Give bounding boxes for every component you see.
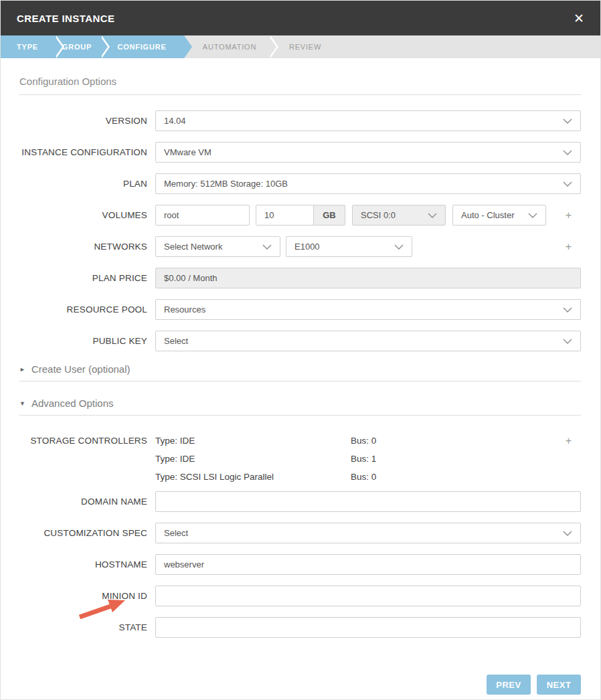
chevron-down-icon	[563, 531, 572, 536]
prev-button[interactable]: PREV	[487, 675, 531, 695]
public-key-select[interactable]: Select	[155, 331, 581, 351]
add-volume-button[interactable]: +	[566, 205, 581, 226]
state-label: STATE	[19, 622, 155, 632]
advanced-options-section-toggle[interactable]: ▼ Advanced Options	[19, 398, 581, 416]
controller-type: Type: IDE	[155, 454, 351, 464]
volume-name-input[interactable]	[155, 205, 250, 226]
controller-type: Type: SCSI LSI Logic Parallel	[155, 472, 351, 482]
volume-controller-select[interactable]: SCSI 0:0	[352, 205, 446, 226]
row-networks: NETWORKS Select Network E1000 +	[19, 236, 581, 257]
controller-bus: Bus: 0	[351, 436, 376, 446]
create-instance-modal: CREATE INSTANCE ✕ TYPE GROUP CONFIGURE A…	[0, 0, 601, 700]
row-hostname: HOSTNAME	[19, 554, 581, 575]
resource-pool-select-value: Resources	[164, 304, 205, 315]
close-icon[interactable]: ✕	[574, 12, 584, 25]
row-storage-controllers: STORAGE CONTROLLERS Type: IDE Bus: 0 Typ…	[19, 432, 581, 486]
storage-controller-row: Type: IDE Bus: 1	[155, 450, 566, 468]
advanced-options-section-title: Advanced Options	[31, 398, 114, 409]
network-adapter-select-value: E1000	[294, 242, 320, 252]
public-key-label: PUBLIC KEY	[19, 336, 155, 346]
plan-select-value: Memory: 512MB Storage: 10GB	[164, 179, 288, 189]
chevron-down-icon	[394, 244, 404, 250]
row-plan: PLAN Memory: 512MB Storage: 10GB	[19, 173, 581, 194]
chevron-down-icon	[262, 244, 272, 250]
version-select[interactable]: 14.04	[155, 110, 581, 131]
storage-controller-row: Type: SCSI LSI Logic Parallel Bus: 0	[155, 468, 566, 486]
row-version: VERSION 14.04	[19, 110, 581, 131]
wizard-steps: TYPE GROUP CONFIGURE AUTOMATION REVIEW	[1, 35, 600, 58]
volume-controller-select-value: SCSI 0:0	[361, 210, 396, 220]
row-resource-pool: RESOURCE POOL Resources	[19, 299, 581, 320]
chevron-down-icon	[428, 213, 437, 218]
storage-controller-list: Type: IDE Bus: 0 Type: IDE Bus: 1 Type: …	[155, 432, 566, 486]
hostname-label: HOSTNAME	[19, 559, 155, 570]
wizard-step-automation[interactable]: AUTOMATION	[184, 35, 268, 58]
row-public-key: PUBLIC KEY Select	[19, 331, 581, 351]
storage-controllers-label: STORAGE CONTROLLERS	[19, 432, 155, 450]
volume-size-unit: GB	[314, 205, 345, 226]
create-user-section-toggle[interactable]: ► Create User (optional)	[19, 363, 581, 381]
version-select-value: 14.04	[164, 116, 186, 126]
network-select-value: Select Network	[164, 242, 222, 252]
controller-bus: Bus: 0	[351, 472, 376, 482]
customization-spec-select[interactable]: Select	[155, 523, 581, 543]
wizard-footer: PREV NEXT	[19, 675, 581, 695]
network-select[interactable]: Select Network	[155, 236, 280, 257]
customization-spec-select-value: Select	[164, 528, 188, 538]
domain-name-label: DOMAIN NAME	[19, 497, 155, 507]
plan-label: PLAN	[19, 179, 155, 189]
minion-id-input[interactable]	[155, 586, 581, 606]
wizard-step-type[interactable]: TYPE	[1, 35, 54, 58]
controller-type: Type: IDE	[155, 436, 351, 446]
storage-controller-row: Type: IDE Bus: 0	[155, 432, 566, 450]
instance-configuration-select[interactable]: VMware VM	[155, 142, 581, 163]
network-adapter-select[interactable]: E1000	[286, 236, 412, 257]
configure-form: VERSION 14.04 INSTANCE CONFIGURATION VMw…	[19, 110, 581, 351]
volume-datastore-select[interactable]: Auto - Cluster	[452, 205, 546, 226]
networks-label: NETWORKS	[19, 242, 155, 252]
domain-name-input[interactable]	[155, 491, 581, 512]
customization-spec-label: CUSTOMIZATION SPEC	[19, 528, 155, 538]
create-user-section-title: Create User (optional)	[31, 363, 131, 375]
row-instance-configuration: INSTANCE CONFIGURATION VMware VM	[19, 142, 581, 163]
resource-pool-label: RESOURCE POOL	[19, 304, 155, 315]
plan-price-value: $0.00 / Month	[164, 273, 218, 283]
add-storage-controller-button[interactable]: +	[566, 432, 581, 450]
annotation-arrow-icon	[74, 594, 131, 622]
hostname-input[interactable]	[155, 554, 581, 575]
plan-price-label: PLAN PRICE	[19, 273, 155, 283]
collapsed-triangle-icon: ►	[19, 366, 25, 373]
state-input[interactable]	[155, 617, 581, 638]
resource-pool-select[interactable]: Resources	[155, 299, 581, 320]
chevron-down-icon	[563, 150, 572, 155]
section-title: Configuration Options	[19, 76, 581, 95]
controller-bus: Bus: 1	[351, 454, 376, 464]
row-domain-name: DOMAIN NAME	[19, 491, 581, 512]
plan-select[interactable]: Memory: 512MB Storage: 10GB	[155, 173, 581, 194]
version-label: VERSION	[19, 116, 155, 126]
volume-size-group: GB	[256, 205, 345, 226]
row-plan-price: PLAN PRICE $0.00 / Month	[19, 268, 581, 288]
volumes-label: VOLUMES	[19, 210, 155, 220]
next-button[interactable]: NEXT	[537, 675, 581, 695]
chevron-down-icon	[563, 181, 572, 187]
chevron-down-icon	[563, 307, 572, 313]
chevron-down-icon	[563, 339, 572, 344]
volume-datastore-select-value: Auto - Cluster	[461, 210, 514, 220]
modal-header: CREATE INSTANCE ✕	[1, 1, 600, 35]
expanded-triangle-icon: ▼	[19, 400, 25, 407]
add-network-button[interactable]: +	[566, 236, 581, 257]
row-volumes: VOLUMES GB SCSI 0:0 Auto - Cluster	[19, 205, 581, 226]
chevron-down-icon	[563, 118, 572, 124]
volume-size-input[interactable]	[256, 205, 314, 226]
instance-configuration-label: INSTANCE CONFIGURATION	[19, 147, 155, 157]
public-key-select-value: Select	[164, 336, 188, 346]
instance-configuration-select-value: VMware VM	[164, 147, 211, 157]
plan-price-value-field: $0.00 / Month	[155, 268, 581, 288]
chevron-down-icon	[528, 213, 537, 218]
wizard-step-configure[interactable]: CONFIGURE	[100, 35, 184, 58]
modal-title: CREATE INSTANCE	[17, 13, 114, 24]
row-customization-spec: CUSTOMIZATION SPEC Select	[19, 523, 581, 543]
